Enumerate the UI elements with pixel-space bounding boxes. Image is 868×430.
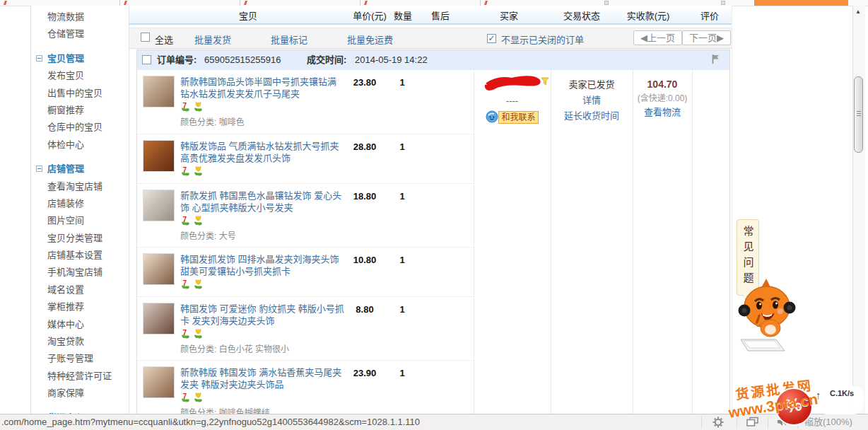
product-thumbnail[interactable] <box>143 140 175 172</box>
product-thumbnail[interactable] <box>143 190 175 221</box>
col-aftersale: 售后 <box>431 8 450 22</box>
collapse-icon[interactable] <box>36 165 42 172</box>
batch-free-ship-link[interactable]: 批量免运费 <box>347 33 393 46</box>
product-price: 23.80 <box>344 76 385 134</box>
prev-page-button[interactable]: ◀上一页 <box>633 30 682 45</box>
sidebar-item[interactable]: 宝贝分类管理 <box>47 230 129 247</box>
sidebar-item-label: 特种经营许可证 <box>47 371 112 381</box>
statusbar-divider <box>701 416 702 429</box>
seven-day-return-icon: 7 <box>180 279 191 293</box>
product-rows: 新款韩国饰品头饰半圆中号抓夹镶钻满钻水钻发抓发夹发爪子马尾夹7颜色分类: 咖啡色… <box>137 70 474 419</box>
sidebar-item-label: 仓储管理 <box>47 28 84 39</box>
product-price: 23.90 <box>344 366 385 418</box>
zoom-level[interactable]: 缩放(100%) <box>804 414 852 429</box>
statusbar-divider <box>797 416 798 429</box>
hide-closed-checkbox[interactable]: ✓ <box>487 34 496 43</box>
sidebar-item[interactable]: 发布宝贝 <box>47 67 129 84</box>
grid-line <box>692 70 693 429</box>
tab-favicon <box>364 1 368 5</box>
sidebar-item[interactable]: 橱窗推荐 <box>47 102 129 119</box>
up-arrow-icon: ↑ <box>816 389 821 401</box>
wangwang-icon[interactable] <box>486 113 498 125</box>
sidebar-item-label: 店铺装修 <box>47 198 84 209</box>
sidebar-section-header[interactable]: 宝贝管理 <box>47 50 129 67</box>
sidebar-item-label: 体检中心 <box>47 139 84 150</box>
sidebar-item-label: 宝贝分类管理 <box>47 233 102 243</box>
order-checkbox[interactable] <box>142 55 151 64</box>
product-title-link[interactable]: 韩国发饰 可爱迷你 豹纹抓夹 韩版小号抓卡 发夹刘海夹边夹头饰 <box>180 303 344 327</box>
col-rating: 评价 <box>700 8 719 22</box>
speaker-icon[interactable] <box>776 417 788 430</box>
tab-favicon <box>124 1 127 5</box>
sidebar-item[interactable]: 掌柜推荐 <box>47 298 129 315</box>
order-time: 2014-05-19 14:22 <box>355 50 428 70</box>
filter-icon[interactable] <box>541 76 549 88</box>
sidebar-item[interactable]: 商家保障 <box>47 385 129 402</box>
select-all-checkbox[interactable] <box>141 33 150 42</box>
next-page-button[interactable]: 下一页▶ <box>682 30 731 45</box>
collapse-icon[interactable] <box>36 55 42 62</box>
seven-day-return-icon: 7 <box>180 328 191 342</box>
product-title-link[interactable]: 新款韩国饰品头饰半圆中号抓夹镶钻满钻水钻发抓发夹发爪子马尾夹 <box>180 76 344 100</box>
product-thumbnail[interactable] <box>143 76 175 108</box>
flag-icon[interactable] <box>710 50 721 70</box>
sidebar-item[interactable]: 仓储管理 <box>47 25 129 42</box>
buyer-cell: ---- 和我联系 <box>474 74 551 126</box>
consumer-protection-icon <box>193 215 204 229</box>
hide-closed-label[interactable]: 不显示已关闭的订单 <box>501 33 584 46</box>
sidebar-item[interactable]: 店铺装修 <box>47 195 129 212</box>
scroll-up-icon[interactable]: ▲ <box>855 8 861 15</box>
sidebar-item[interactable]: 查看淘宝店铺 <box>47 178 129 195</box>
product-price: 28.80 <box>344 140 385 183</box>
svg-text:7: 7 <box>183 329 187 337</box>
order-time-label: 成交时间: <box>307 50 346 70</box>
scrollbar-thumb[interactable] <box>854 76 863 153</box>
sidebar-item[interactable]: 子账号管理 <box>47 350 129 367</box>
vertical-scrollbar[interactable]: ▲ <box>852 6 865 414</box>
sidebar-item[interactable]: 体检中心 <box>47 136 129 153</box>
order-card: 订单编号: 659052515255916 成交时间: 2014-05-19 1… <box>136 50 730 430</box>
select-all-label[interactable]: 全选 <box>155 33 173 46</box>
sidebar-item-label: 发布宝贝 <box>47 70 84 81</box>
sidebar-item[interactable]: 特种经营许可证 <box>47 368 129 385</box>
product-thumbnail[interactable] <box>143 366 175 398</box>
view-logistics-link[interactable]: 查看物流 <box>644 107 681 117</box>
sidebar-item-label: 掌柜推荐 <box>47 301 84 312</box>
sidebar-item-label: 图片空间 <box>47 215 84 226</box>
sidebar-item[interactable]: 图片空间 <box>47 212 129 229</box>
sidebar-item[interactable]: 物流数据 <box>47 8 129 25</box>
svg-text:7: 7 <box>183 216 187 223</box>
product-title-link[interactable]: 新款发抓 韩国黑色水晶镶钻发饰 爱心头饰 心型抓夹韩版大小号发夹 <box>180 190 344 214</box>
extend-receive-link[interactable]: 延长收货时间 <box>551 108 633 124</box>
active-browser-tab[interactable] <box>754 0 848 6</box>
product-thumbnail[interactable] <box>143 303 175 335</box>
windows-cascade-icon[interactable] <box>746 417 758 430</box>
batch-ship-link[interactable]: 批量发货 <box>194 33 231 46</box>
gear-icon[interactable] <box>712 417 724 430</box>
tab-separator <box>480 0 481 6</box>
sidebar-item[interactable]: 淘宝贷款 <box>47 333 129 350</box>
taobao-mascot-icon[interactable] <box>734 277 799 356</box>
sidebar-item[interactable]: 域名设置 <box>47 281 129 298</box>
batch-mark-link[interactable]: 批量标记 <box>271 33 307 46</box>
sidebar-item[interactable]: 仓库中的宝贝 <box>47 119 129 136</box>
product-row: 新款韩国饰品头饰半圆中号抓夹镶钻满钻水钻发抓发夹发爪子马尾夹7颜色分类: 咖啡色… <box>137 70 474 134</box>
order-list-panel: 宝贝 单价(元) 数量 售后 买家 交易状态 实收款(元) 评价 全选 批量发货… <box>129 6 732 414</box>
detail-link[interactable]: 详情 <box>551 93 633 108</box>
sidebar-item[interactable]: 媒体中心 <box>47 316 129 333</box>
contact-row[interactable]: 和我联系 <box>474 110 551 126</box>
contact-me-badge[interactable]: 和我联系 <box>498 111 538 124</box>
product-title-link[interactable]: 韩国发抓发饰 四排水晶发夹刘海夹头饰 甜美可爱镶钻小号抓夹抓卡 <box>180 253 344 277</box>
browser-status-bar: .com/home_page.htm?mytmenu=ccquanli&utkn… <box>0 414 868 430</box>
sidebar-item[interactable]: 出售中的宝贝 <box>47 85 129 102</box>
network-speed: C.1K/s <box>830 389 854 397</box>
seven-day-return-icon: 7 <box>180 101 191 115</box>
product-title-link[interactable]: 韩版发饰品 气质满钻水钻发抓大号抓夹 高贵优雅发夹盘发发爪头饰 <box>180 140 344 164</box>
payment-amount: 104.70 <box>633 77 692 91</box>
sidebar-section-header[interactable]: 店铺管理 <box>47 161 129 178</box>
product-thumbnail[interactable] <box>143 253 175 285</box>
sidebar-item[interactable]: 手机淘宝店铺 <box>47 264 129 281</box>
product-row: 韩国发饰 可爱迷你 豹纹抓夹 韩版小号抓卡 发夹刘海夹边夹头饰7颜色分类: 白色… <box>137 297 474 361</box>
sidebar-item[interactable]: 店铺基本设置 <box>47 247 129 264</box>
product-title-link[interactable]: 新款韩版 韩国发饰 满水钻香蕉夹马尾夹发夹 韩版对夹边夹头饰品 <box>180 366 344 390</box>
